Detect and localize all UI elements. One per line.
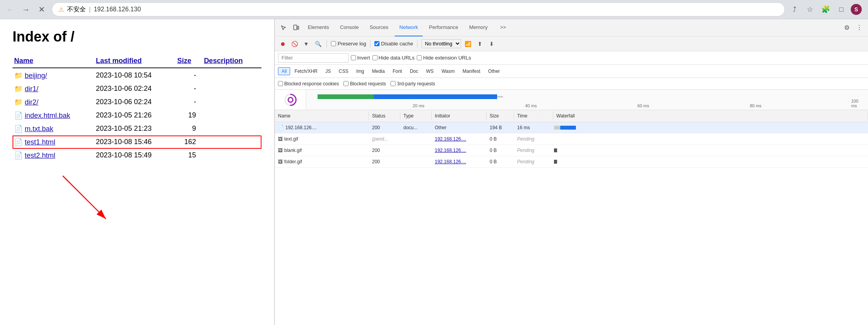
invert-label[interactable]: Invert xyxy=(351,55,370,61)
hide-ext-urls-checkbox[interactable] xyxy=(417,55,422,60)
network-row[interactable]: 📄 192.168.126.... 200 docu... Other 194 … xyxy=(275,122,868,134)
timeline-tick-80: 80 ms xyxy=(750,103,761,108)
file-icon: 📁 xyxy=(14,72,23,79)
file-link[interactable]: index.html.bak xyxy=(25,112,70,119)
network-row[interactable]: 🖼 folder.gif 200 192.168.126.... 0 B Pen… xyxy=(275,156,868,168)
third-party-requests-label[interactable]: 3rd-party requests xyxy=(390,81,435,87)
nav-buttons: ← → ✕ xyxy=(3,2,49,16)
type-filter-all[interactable]: All xyxy=(278,67,290,75)
timeline-green-bar xyxy=(318,94,374,99)
file-size-cell: 19 xyxy=(176,109,202,122)
name-sort-link[interactable]: Name xyxy=(14,57,33,65)
network-row[interactable]: 🖼 blank.gif 200 192.168.126.... 0 B Pend… xyxy=(275,145,868,156)
invert-checkbox[interactable] xyxy=(351,55,356,60)
preserve-log-label[interactable]: Preserve log xyxy=(331,41,366,47)
blocked-requests-checkbox[interactable] xyxy=(343,81,349,86)
devtools-menu-icon[interactable]: ⋮ xyxy=(854,22,865,33)
type-filter-manifest[interactable]: Manifest xyxy=(459,67,484,75)
filter-button[interactable]: ▼ xyxy=(301,39,311,49)
type-filter-css[interactable]: CSS xyxy=(335,67,352,75)
loading-spinner xyxy=(283,93,298,107)
type-filter-ws[interactable]: WS xyxy=(423,67,437,75)
file-description-cell xyxy=(202,96,261,109)
tab-performance[interactable]: Performance xyxy=(424,19,463,36)
initiator-link[interactable]: 192.168.126.... xyxy=(435,159,466,164)
tab-console[interactable]: Console xyxy=(335,19,363,36)
hide-data-urls-checkbox[interactable] xyxy=(372,55,378,60)
toolbar-separator-2 xyxy=(370,40,370,48)
close-button[interactable]: ✕ xyxy=(35,2,49,16)
bookmark-button[interactable]: ☆ xyxy=(804,3,816,16)
timeline-bar-container xyxy=(306,93,868,102)
import-button[interactable]: ⬆ xyxy=(475,39,485,49)
hide-ext-urls-label[interactable]: Hide extension URLs xyxy=(417,55,471,61)
tab-more[interactable]: >> xyxy=(496,19,511,36)
blocked-response-cookies-label[interactable]: Blocked response cookies xyxy=(278,81,339,87)
modified-sort-link[interactable]: Last modified xyxy=(96,57,142,65)
req-name: blank.gif xyxy=(284,148,302,153)
record-stop-button[interactable]: ⏺ xyxy=(278,39,287,49)
browser-actions: ⤴ ☆ 🧩 □ S xyxy=(788,3,865,16)
waterfall-cell xyxy=(553,156,868,167)
network-row[interactable]: 🖼 text.gif (pend... 192.168.126.... 0 B … xyxy=(275,134,868,145)
file-link[interactable]: dir2/ xyxy=(25,98,38,106)
type-filter-media[interactable]: Media xyxy=(369,67,389,75)
file-link[interactable]: m.txt.bak xyxy=(25,125,53,133)
file-link[interactable]: test2.html xyxy=(25,152,55,159)
hide-data-urls-label[interactable]: Hide data URLs xyxy=(372,55,415,61)
third-party-requests-checkbox[interactable] xyxy=(390,81,396,86)
type-filter-img[interactable]: Img xyxy=(353,67,368,75)
blocked-response-cookies-checkbox[interactable] xyxy=(278,81,283,86)
file-link[interactable]: beijing/ xyxy=(25,72,47,79)
type-filter-wasm[interactable]: Wasm xyxy=(438,67,458,75)
fit-button[interactable]: □ xyxy=(835,3,848,16)
type-filter-font[interactable]: Font xyxy=(389,67,405,75)
type-filter-other[interactable]: Other xyxy=(485,67,503,75)
size-sort-link[interactable]: Size xyxy=(177,57,191,65)
devtools-device-icon[interactable] xyxy=(291,22,301,33)
extensions-button[interactable]: 🧩 xyxy=(819,3,832,16)
forward-button[interactable]: → xyxy=(19,2,33,16)
hide-ext-urls-text: Hide extension URLs xyxy=(423,55,471,61)
disable-cache-label[interactable]: Disable cache xyxy=(374,41,413,47)
type-filter-doc[interactable]: Doc xyxy=(406,67,421,75)
file-link[interactable]: dir1/ xyxy=(25,85,38,93)
devtools-pointer-icon[interactable] xyxy=(278,22,289,33)
page-content: Index of / Name Last modified Size Descr… xyxy=(0,19,274,325)
share-button[interactable]: ⤴ xyxy=(788,3,801,16)
address-bar[interactable]: ⚠ 不安全 | 192.168.126.130 xyxy=(52,2,785,16)
warning-icon: ⚠ xyxy=(58,6,64,13)
timeline-tick-20: 20 ms xyxy=(413,103,425,108)
export-button[interactable]: ⬇ xyxy=(487,39,496,49)
tab-bar: ← → ✕ ⚠ 不安全 | 192.168.126.130 ⤴ ☆ 🧩 □ S xyxy=(0,0,868,19)
search-button[interactable]: 🔍 xyxy=(313,39,323,49)
throttle-select[interactable]: No throttling xyxy=(421,39,461,48)
tab-sources[interactable]: Sources xyxy=(365,19,393,36)
timeline-tick-40: 40 ms xyxy=(525,103,537,108)
table-row: 📄 index.html.bak 2023-10-05 21:26 19 xyxy=(13,109,261,122)
req-time-cell: Pending xyxy=(514,157,553,166)
tab-memory[interactable]: Memory xyxy=(465,19,492,36)
tab-network[interactable]: Network xyxy=(395,19,423,36)
req-name: 192.168.126.... xyxy=(285,125,317,130)
devtools-settings-icon[interactable]: ⚙ xyxy=(841,22,852,33)
file-name-cell: 📄 test1.html xyxy=(13,135,94,149)
description-sort-link[interactable]: Description xyxy=(204,57,243,65)
disable-cache-checkbox[interactable] xyxy=(374,41,380,46)
initiator-link[interactable]: 192.168.126.... xyxy=(435,136,466,142)
file-link[interactable]: test1.html xyxy=(25,138,55,146)
wifi-icon[interactable]: 📶 xyxy=(463,39,473,49)
initiator-link[interactable]: 192.168.126.... xyxy=(435,148,466,153)
file-name-cell: 📄 test2.html xyxy=(13,149,94,162)
back-button[interactable]: ← xyxy=(3,2,17,16)
address-text: 192.168.126.130 xyxy=(94,6,141,13)
filter-input[interactable] xyxy=(278,53,349,63)
req-initiator-cell: 192.168.126.... xyxy=(432,157,487,166)
devtools-type-bar: AllFetch/XHRJSCSSImgMediaFontDocWSWasmMa… xyxy=(275,65,868,78)
tab-elements[interactable]: Elements xyxy=(303,19,334,36)
type-filter-js[interactable]: JS xyxy=(322,67,334,75)
blocked-requests-label[interactable]: Blocked requests xyxy=(343,81,386,87)
clear-button[interactable]: 🚫 xyxy=(290,39,299,49)
type-filter-fetch-xhr[interactable]: Fetch/XHR xyxy=(291,67,321,75)
preserve-log-checkbox[interactable] xyxy=(331,41,336,46)
